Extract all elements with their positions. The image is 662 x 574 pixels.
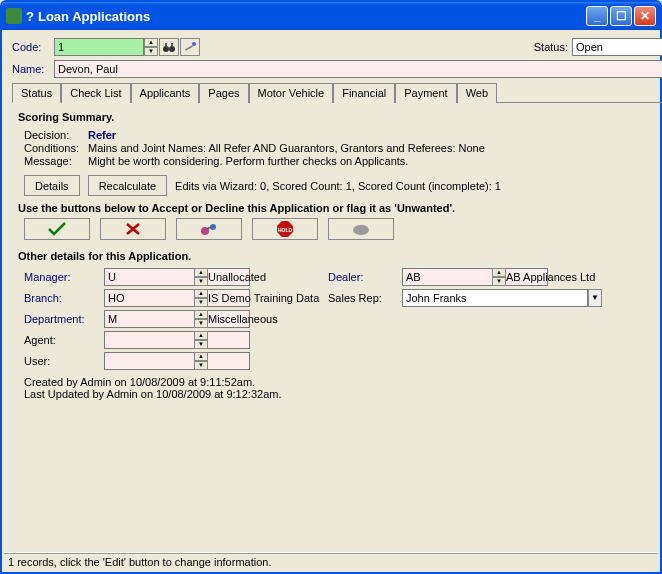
tab-motor-vehicle[interactable]: Motor Vehicle <box>249 83 334 103</box>
agent-spinner[interactable]: ▲▼ <box>194 331 208 349</box>
manager-value: Unallocated <box>208 271 328 283</box>
window-title: Loan Applications <box>38 9 586 24</box>
decline-button[interactable] <box>100 218 166 240</box>
dept-value: Miscellaneous <box>208 313 328 325</box>
conditions-value: Mains and Joint Names: All Refer AND Gua… <box>88 142 485 154</box>
tab-pages[interactable]: Pages <box>199 83 248 103</box>
name-input[interactable] <box>54 60 662 78</box>
manager-label: Manager: <box>24 271 104 283</box>
cloud-icon <box>351 222 371 236</box>
flag-icon <box>199 221 219 237</box>
svg-text:HOLD: HOLD <box>278 227 293 233</box>
tab-financial[interactable]: Financial <box>333 83 395 103</box>
agent-code[interactable] <box>104 331 250 349</box>
edits-summary: Edits via Wizard: 0, Scored Count: 1, Sc… <box>175 180 501 192</box>
svg-rect-2 <box>165 43 167 47</box>
salesrep-label: Sales Rep: <box>328 292 402 304</box>
hold-icon: HOLD <box>276 220 294 238</box>
help-icon: ? <box>26 9 34 24</box>
hold-button[interactable]: HOLD <box>252 218 318 240</box>
conditions-label: Conditions: <box>24 142 88 154</box>
accept-button[interactable] <box>24 218 90 240</box>
branch-spinner[interactable]: ▲▼ <box>194 289 208 307</box>
statusbar: 1 records, click the 'Edit' button to ch… <box>4 552 658 570</box>
decision-value: Refer <box>88 129 116 141</box>
code-input[interactable] <box>54 38 144 56</box>
close-button[interactable]: ✕ <box>634 6 656 26</box>
svg-rect-3 <box>171 43 173 47</box>
check-icon <box>47 222 67 236</box>
status-label: Status: <box>534 41 568 53</box>
scoring-heading: Scoring Summary. <box>18 111 662 123</box>
user-spinner[interactable]: ▲▼ <box>194 352 208 370</box>
instruction-text: Use the buttons below to Accept or Decli… <box>18 202 662 214</box>
dropdown-icon[interactable]: ▼ <box>588 289 602 307</box>
cloud-button[interactable] <box>328 218 394 240</box>
spin-down-icon: ▼ <box>144 47 158 56</box>
user-code[interactable] <box>104 352 250 370</box>
code-label: Code: <box>12 41 54 53</box>
status-field <box>572 38 662 56</box>
decision-label: Decision: <box>24 129 88 141</box>
other-heading: Other details for this Application. <box>18 250 662 262</box>
spin-up-icon: ▲ <box>144 38 158 47</box>
dealer-value: AB Appliances Ltd <box>506 271 662 283</box>
branch-label: Branch: <box>24 292 104 304</box>
salesrep-select[interactable] <box>402 289 588 307</box>
tab-web[interactable]: Web <box>457 83 497 103</box>
tab-payment[interactable]: Payment <box>395 83 456 103</box>
binoculars-button[interactable] <box>159 38 179 56</box>
unwanted-button[interactable] <box>176 218 242 240</box>
message-value: Might be worth considering. Perform furt… <box>88 155 408 167</box>
dealer-spinner[interactable]: ▲▼ <box>492 268 506 286</box>
user-label: User: <box>24 355 104 367</box>
message-label: Message: <box>24 155 88 167</box>
recalculate-button[interactable]: Recalculate <box>88 175 167 196</box>
tab-status[interactable]: Status <box>12 83 61 103</box>
tabstrip: Status Check List Applicants Pages Motor… <box>12 82 662 103</box>
x-icon <box>125 222 141 236</box>
updated-text: Last Updated by Admin on 10/08/2009 at 9… <box>24 388 662 400</box>
tab-applicants[interactable]: Applicants <box>131 83 200 103</box>
titlebar[interactable]: ? Loan Applications _ ☐ ✕ <box>2 2 660 30</box>
branch-value: IS Demo Training Data <box>208 292 328 304</box>
svg-rect-4 <box>185 45 193 51</box>
app-icon <box>6 8 22 24</box>
binoculars-icon <box>162 41 176 53</box>
svg-point-5 <box>192 42 196 46</box>
dealer-label: Dealer: <box>328 271 402 283</box>
minimize-button[interactable]: _ <box>586 6 608 26</box>
code-spinner[interactable]: ▲ ▼ <box>144 38 158 56</box>
wizard-icon <box>183 41 197 53</box>
dept-spinner[interactable]: ▲▼ <box>194 310 208 328</box>
agent-label: Agent: <box>24 334 104 346</box>
dept-label: Department: <box>24 313 104 325</box>
status-text: 1 records, click the 'Edit' button to ch… <box>8 556 271 568</box>
manager-spinner[interactable]: ▲▼ <box>194 268 208 286</box>
svg-point-10 <box>353 225 369 235</box>
maximize-button[interactable]: ☐ <box>610 6 632 26</box>
tab-checklist[interactable]: Check List <box>61 83 130 103</box>
name-label: Name: <box>12 63 54 75</box>
details-button[interactable]: Details <box>24 175 80 196</box>
created-text: Created by Admin on 10/08/2009 at 9:11:5… <box>24 376 662 388</box>
wizard-button[interactable] <box>180 38 200 56</box>
